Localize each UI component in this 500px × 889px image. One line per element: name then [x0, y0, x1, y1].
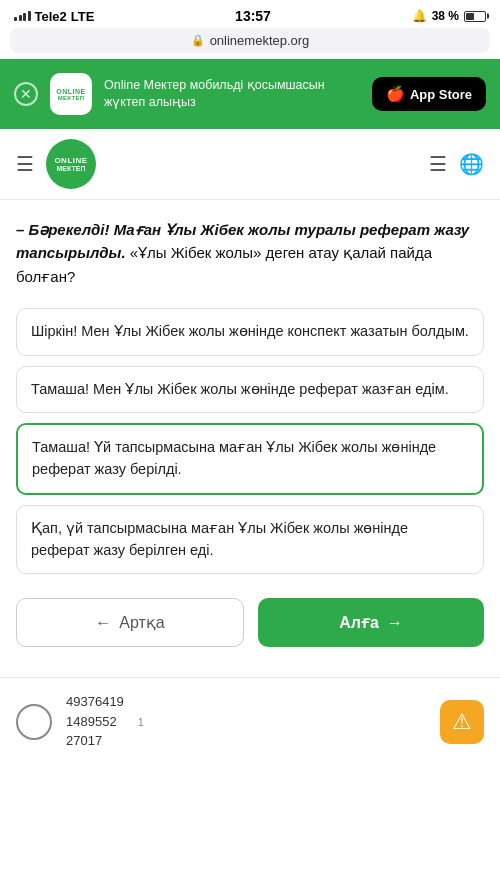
status-right: 🔔 38 %: [412, 9, 486, 23]
answer-text-2: Тамаша! Мен Ұлы Жібек жолы жөнінде рефер…: [31, 381, 449, 397]
answer-options: Шіркін! Мен Ұлы Жібек жолы жөнінде консп…: [16, 308, 484, 575]
nav-logo: ONLINE МЕКТЕП: [46, 139, 96, 189]
answer-option-2[interactable]: Тамаша! Мен Ұлы Жібек жолы жөнінде рефер…: [16, 366, 484, 414]
nav-bar: ☰ ONLINE МЕКТЕП ☰ 🌐: [0, 129, 500, 200]
apple-icon: 🍎: [386, 85, 405, 103]
back-arrow-icon: ←: [95, 614, 111, 632]
banner-close-button[interactable]: ✕: [14, 82, 38, 106]
warning-button[interactable]: ⚠: [440, 700, 484, 744]
status-left: Tele2 LTE: [14, 9, 94, 24]
answer-option-4[interactable]: Қап, үй тапсырмасына маған Ұлы Жібек жол…: [16, 505, 484, 575]
footer-circle-icon: [16, 704, 52, 740]
back-label: Артқа: [119, 613, 164, 632]
main-content: – Бәрекелді! Маған Ұлы Жібек жолы туралы…: [0, 200, 500, 677]
footer-numbers: 49376419 1489552 27017: [66, 692, 124, 751]
url-text: onlinemektep.org: [210, 33, 310, 48]
list-icon[interactable]: ☰: [429, 152, 447, 176]
answer-text-3: Тамаша! Үй тапсырмасына маған Ұлы Жібек …: [32, 439, 436, 477]
banner-logo-line1: ONLINE: [56, 88, 85, 95]
app-banner: ✕ ONLINE МЕКТЕП Online Мектер мобильді қ…: [0, 59, 500, 129]
carrier-label: Tele2: [35, 9, 67, 24]
footer-number1: 49376419: [66, 692, 124, 712]
answer-option-1[interactable]: Шіркін! Мен Ұлы Жібек жолы жөнінде консп…: [16, 308, 484, 356]
footer: 49376419 1489552 27017 1 ⚠: [0, 677, 500, 765]
hamburger-icon[interactable]: ☰: [16, 152, 34, 176]
battery-label: 38 %: [432, 9, 459, 23]
status-bar: Tele2 LTE 13:57 🔔 38 %: [0, 0, 500, 28]
url-bar[interactable]: 🔒 onlinemektep.org: [10, 28, 490, 53]
question-text: – Бәрекелді! Маған Ұлы Жібек жолы туралы…: [16, 218, 484, 288]
globe-icon[interactable]: 🌐: [459, 152, 484, 176]
answer-option-3[interactable]: Тамаша! Үй тапсырмасына маған Ұлы Жібек …: [16, 423, 484, 495]
nav-logo-line2: МЕКТЕП: [57, 165, 86, 172]
alarm-icon: 🔔: [412, 9, 427, 23]
forward-button[interactable]: Алға →: [258, 598, 484, 647]
nav-logo-line1: ONLINE: [54, 157, 87, 165]
answer-text-4: Қап, үй тапсырмасына маған Ұлы Жібек жол…: [31, 520, 408, 558]
forward-label: Алға: [339, 613, 379, 632]
footer-number2: 1489552: [66, 712, 124, 732]
app-store-label: App Store: [410, 87, 472, 102]
footer-page: 1: [138, 716, 144, 728]
time-label: 13:57: [235, 8, 271, 24]
back-button[interactable]: ← Артқа: [16, 598, 244, 647]
nav-buttons: ← Артқа Алға →: [16, 598, 484, 667]
network-label: LTE: [71, 9, 95, 24]
warning-icon: ⚠: [452, 709, 472, 735]
signal-icon: [14, 11, 31, 21]
banner-text: Online Мектер мобильді қосымшасын жүктеп…: [104, 77, 360, 112]
lock-icon: 🔒: [191, 34, 205, 47]
app-store-button[interactable]: 🍎 App Store: [372, 77, 486, 111]
banner-logo-line2: МЕКТЕП: [58, 95, 85, 101]
answer-text-1: Шіркін! Мен Ұлы Жібек жолы жөнінде консп…: [31, 323, 469, 339]
battery-icon: [464, 11, 486, 22]
forward-arrow-icon: →: [387, 614, 403, 632]
banner-logo: ONLINE МЕКТЕП: [50, 73, 92, 115]
footer-number3: 27017: [66, 731, 124, 751]
